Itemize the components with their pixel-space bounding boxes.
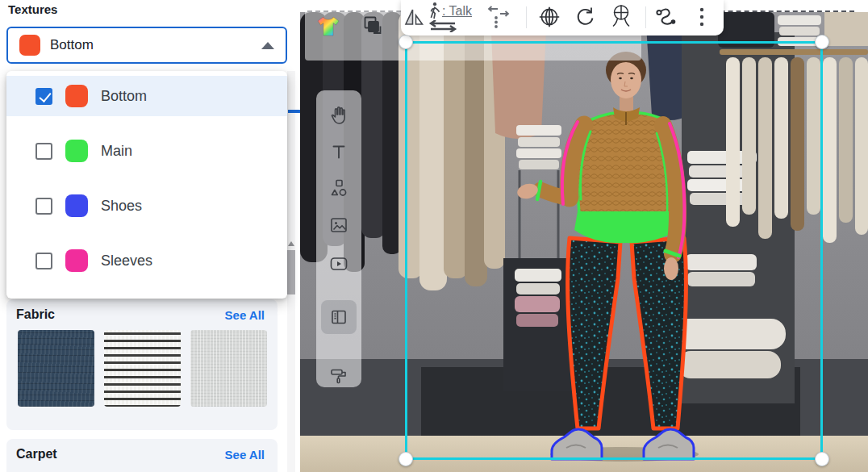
dropdown-item-bottom[interactable]: Bottom	[6, 76, 287, 116]
selection-handle-bottom-left[interactable]	[399, 452, 413, 466]
dropdown-item-sleeves[interactable]: Sleeves	[6, 240, 287, 281]
toolbar-separator	[526, 6, 527, 28]
orbit-globe-icon[interactable]	[536, 3, 562, 31]
textures-panel-title: Textures	[8, 2, 57, 16]
carpet-see-all-link[interactable]: See All	[225, 448, 265, 462]
checkbox-shoes[interactable]	[35, 198, 52, 215]
color-swatch-shoes	[65, 194, 88, 217]
shapes-tool-icon[interactable]	[328, 178, 349, 198]
head-pose-icon[interactable]	[609, 3, 636, 29]
pan-hand-icon[interactable]	[328, 105, 349, 126]
fabric-section: Fabric See All	[6, 299, 278, 430]
dropdown-item-label: Main	[101, 143, 132, 160]
character-toolbar: : Talk	[401, 0, 724, 36]
app-window: Textures Bottom Bottom Main Shoes	[0, 0, 868, 472]
fabric-title: Fabric	[16, 307, 55, 322]
checkbox-sleeves[interactable]	[35, 253, 52, 269]
scroll-position-tick	[288, 110, 300, 113]
swap-arrows-icon[interactable]	[428, 20, 458, 32]
layout-panel-tool-active[interactable]	[321, 300, 357, 334]
layout-panel-icon	[328, 307, 349, 328]
dropdown-item-shoes[interactable]: Shoes	[6, 186, 287, 226]
fabric-see-all-link[interactable]: See All	[225, 308, 265, 322]
scrollbar-up-arrow-icon[interactable]	[288, 241, 294, 246]
fabric-swatch-gray[interactable]	[190, 330, 267, 407]
selection-handle-top-right[interactable]	[815, 35, 829, 49]
walk-icon[interactable]	[426, 2, 440, 19]
image-tool-icon[interactable]	[328, 215, 349, 236]
text-tool-icon[interactable]	[329, 142, 348, 161]
checkbox-bottom[interactable]	[35, 88, 52, 105]
paint-roller-icon[interactable]	[328, 366, 349, 387]
flip-horizontal-icon[interactable]	[404, 8, 424, 26]
dropdown-item-label: Sleeves	[101, 253, 152, 269]
chevron-up-icon	[261, 42, 274, 49]
selection-handle-bottom-right[interactable]	[815, 452, 829, 466]
texture-dropdown-menu: Bottom Main Shoes Sleeves	[6, 71, 287, 299]
textures-sidebar: Textures Bottom Bottom Main Shoes	[0, 0, 300, 472]
fabric-swatch-denim[interactable]	[18, 330, 94, 407]
canvas-tool-palette	[316, 90, 361, 387]
more-options-icon[interactable]	[698, 6, 706, 29]
path-direction-icon[interactable]	[485, 5, 512, 29]
duplicate-icon[interactable]	[361, 15, 383, 37]
dropdown-item-main[interactable]: Main	[6, 131, 287, 171]
selected-color-swatch	[19, 35, 40, 56]
scene-canvas[interactable]: : Talk	[300, 0, 868, 472]
color-swatch-bottom	[65, 85, 88, 107]
texture-select[interactable]: Bottom	[6, 27, 287, 64]
checkbox-main[interactable]	[35, 143, 52, 160]
selection-bounding-box[interactable]	[405, 41, 823, 460]
carpet-section: Carpet See All	[6, 439, 278, 472]
selection-handle-top-left[interactable]	[399, 35, 413, 49]
fabric-swatch-stripe[interactable]	[104, 330, 181, 407]
video-tool-icon[interactable]	[328, 253, 349, 274]
rotate-icon[interactable]	[574, 6, 595, 27]
dropdown-item-label: Shoes	[101, 198, 142, 215]
color-swatch-main	[65, 140, 88, 162]
carpet-title: Carpet	[16, 447, 57, 462]
selected-texture-label: Bottom	[50, 37, 94, 53]
texture-shirt-icon[interactable]	[315, 15, 341, 39]
talk-label[interactable]: : Talk	[442, 4, 472, 19]
toolbar-separator	[645, 6, 646, 28]
route-path-icon[interactable]	[654, 6, 680, 29]
sidebar-scrollbar-thumb[interactable]	[287, 250, 295, 294]
dropdown-item-label: Bottom	[101, 88, 147, 105]
color-swatch-sleeves	[65, 249, 88, 272]
